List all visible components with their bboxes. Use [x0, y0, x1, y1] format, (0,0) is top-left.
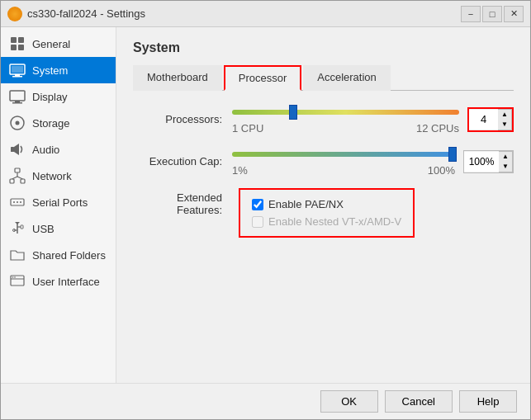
sidebar-item-shared-folders[interactable]: Shared Folders [1, 242, 116, 268]
processors-increment-button[interactable]: ▲ [498, 110, 511, 120]
main-panel: System Motherboard Processor Acceleratio… [116, 27, 530, 383]
enable-pae-label: Enable PAE/NX [268, 198, 344, 210]
section-title: System [133, 40, 514, 55]
sidebar-item-display[interactable]: Display [1, 83, 116, 110]
execution-cap-slider-container: 1% 100% [232, 146, 455, 177]
execution-cap-slider-bg [232, 152, 455, 157]
processors-spinbox[interactable]: 4 [469, 110, 498, 130]
ok-button[interactable]: OK [320, 390, 378, 413]
processors-slider-thumb[interactable] [289, 105, 297, 120]
processors-label: Processors: [133, 113, 232, 125]
svg-rect-7 [12, 76, 22, 78]
svg-marker-14 [14, 144, 19, 155]
settings-window: cs330-fall2024 - Settings − □ ✕ General … [0, 0, 531, 420]
execution-cap-max-label: 100% [428, 164, 455, 177]
tab-bar: Motherboard Processor Acceleration [133, 65, 514, 91]
svg-point-34 [14, 276, 16, 278]
svg-line-19 [12, 177, 18, 179]
audio-label: Audio [32, 144, 59, 156]
titlebar-controls: − □ ✕ [461, 6, 524, 22]
processors-min-label: 1 CPU [232, 122, 263, 134]
tab-acceleration[interactable]: Acceleration [303, 65, 391, 91]
close-button[interactable]: ✕ [504, 6, 524, 22]
svg-point-22 [13, 201, 15, 203]
sidebar: General System Display Storage [1, 27, 116, 383]
bottom-bar: OK Cancel Help [1, 383, 530, 419]
execution-cap-slider-labels: 1% 100% [232, 164, 455, 177]
processors-row: Processors: 1 CPU 12 CPUs 4 [133, 104, 514, 134]
enable-pae-checkbox[interactable] [252, 199, 263, 210]
svg-rect-16 [10, 179, 14, 183]
storage-icon [9, 115, 26, 131]
execution-cap-slider-track[interactable] [232, 146, 455, 163]
svg-point-23 [17, 201, 18, 203]
network-label: Network [32, 170, 72, 182]
processors-slider-container: 1 CPU 12 CPUs [232, 104, 459, 134]
user-interface-icon [9, 273, 26, 290]
enable-nested-row: Enable Nested VT-x/AMD-V [252, 215, 401, 228]
titlebar-left: cs330-fall2024 - Settings [7, 7, 145, 21]
execution-cap-min-label: 1% [232, 164, 248, 177]
svg-point-24 [20, 201, 21, 203]
svg-rect-17 [21, 179, 25, 183]
execution-cap-spinbox[interactable] [464, 152, 499, 172]
svg-point-12 [16, 121, 20, 125]
system-icon [9, 62, 26, 78]
app-icon [7, 7, 22, 21]
sidebar-item-storage[interactable]: Storage [1, 110, 116, 136]
general-icon [9, 35, 26, 52]
serial-ports-icon [9, 194, 26, 210]
enable-nested-checkbox[interactable] [252, 216, 263, 228]
sidebar-item-system[interactable]: System [1, 57, 116, 83]
tab-content-processor: Processors: 1 CPU 12 CPUs 4 [133, 104, 514, 370]
processors-decrement-button[interactable]: ▼ [498, 120, 511, 130]
maximize-button[interactable]: □ [482, 6, 502, 22]
svg-rect-2 [11, 45, 17, 50]
extended-features-box: Enable PAE/NX Enable Nested VT-x/AMD-V [239, 188, 415, 238]
svg-rect-13 [11, 147, 14, 152]
user-interface-label: User Interface [32, 276, 100, 288]
execution-cap-increment-button[interactable]: ▲ [499, 152, 512, 162]
processors-slider-track[interactable] [232, 104, 459, 120]
audio-icon [9, 141, 26, 158]
svg-rect-9 [15, 101, 20, 102]
processors-spinbox-arrows: ▲ ▼ [498, 109, 512, 130]
sidebar-item-usb[interactable]: USB [1, 215, 116, 242]
svg-rect-3 [18, 45, 24, 50]
serial-ports-label: Serial Ports [32, 196, 88, 209]
processors-max-label: 12 CPUs [416, 122, 459, 134]
sidebar-item-network[interactable]: Network [1, 163, 116, 189]
sidebar-item-audio[interactable]: Audio [1, 136, 116, 163]
storage-label: Storage [32, 117, 70, 130]
svg-line-20 [17, 177, 23, 179]
help-button[interactable]: Help [459, 390, 517, 413]
cancel-button[interactable]: Cancel [385, 390, 453, 413]
processors-spinbox-container: 4 ▲ ▼ [467, 107, 514, 132]
svg-rect-0 [11, 37, 17, 43]
execution-cap-spinbox-container: ▲ ▼ [463, 150, 514, 173]
execution-cap-label: Execution Cap: [133, 155, 232, 168]
tab-motherboard[interactable]: Motherboard [133, 65, 222, 91]
sidebar-item-general[interactable]: General [1, 31, 116, 57]
execution-cap-slider-thumb[interactable] [448, 147, 457, 162]
network-icon [9, 168, 26, 184]
svg-rect-1 [18, 37, 24, 43]
sidebar-item-user-interface[interactable]: User Interface [1, 268, 116, 295]
extended-features-row: Extended Features: Enable PAE/NX Enable … [133, 188, 514, 238]
processors-slider-bg [232, 110, 459, 115]
minimize-button[interactable]: − [461, 6, 481, 22]
display-icon [9, 88, 26, 105]
tab-processor[interactable]: Processor [224, 65, 302, 91]
svg-rect-28 [21, 225, 23, 229]
execution-cap-decrement-button[interactable]: ▼ [499, 162, 512, 172]
enable-pae-row: Enable PAE/NX [252, 198, 401, 210]
execution-cap-row: Execution Cap: 1% 100% [133, 146, 514, 177]
usb-label: USB [32, 223, 55, 235]
system-label: System [32, 64, 68, 77]
extended-features-label: Extended Features: [133, 191, 232, 216]
svg-rect-6 [15, 74, 20, 76]
titlebar: cs330-fall2024 - Settings − □ ✕ [1, 1, 530, 27]
usb-icon [9, 220, 26, 237]
sidebar-item-serial-ports[interactable]: Serial Ports [1, 189, 116, 215]
shared-folders-icon [9, 247, 26, 263]
